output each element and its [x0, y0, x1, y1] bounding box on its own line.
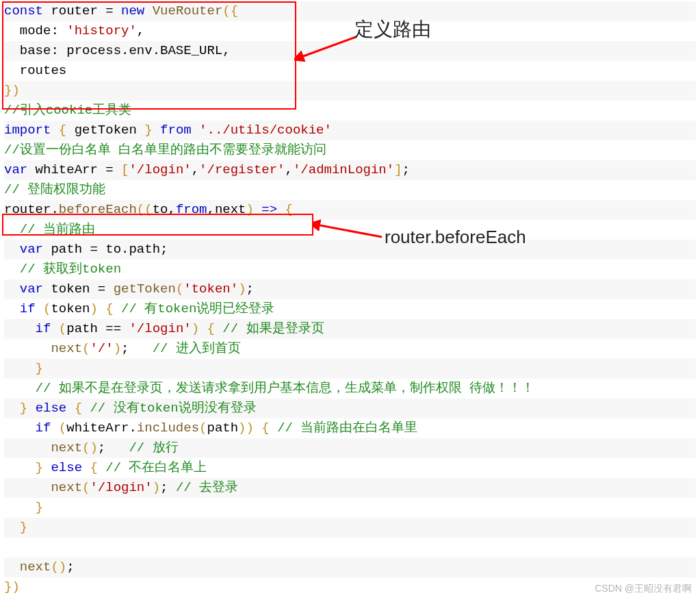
code-line: mode: 'history',	[4, 21, 696, 41]
code-line: next('/login'); // 去登录	[4, 478, 696, 498]
code-line: next(); // 放行	[4, 438, 696, 458]
code-line: next('/'); // 进入到首页	[4, 339, 696, 359]
annotation-define-router: 定义路由	[354, 19, 431, 39]
code-line: routes	[4, 61, 696, 81]
code-line: import { getToken } from '../utils/cooki…	[4, 121, 696, 140]
code-line: if (token) { // 有token说明已经登录	[4, 299, 696, 319]
code-line: if (path == '/login') { // 如果是登录页	[4, 319, 696, 339]
code-line: router.beforeEach((to,from,next) => {	[4, 200, 696, 220]
code-line	[4, 538, 696, 557]
code-line: }	[4, 518, 696, 538]
code-line: base: process.env.BASE_URL,	[4, 41, 696, 61]
code-line: const router = new VueRouter({	[4, 1, 696, 21]
code-line: // 如果不是在登录页，发送请求拿到用户基本信息，生成菜单，制作权限 待做！！！	[4, 379, 696, 399]
code-line: }	[4, 498, 696, 518]
code-line: }	[4, 359, 696, 379]
code-line: // 获取到token	[4, 260, 696, 279]
code-line: } else { // 没有token说明没有登录	[4, 399, 696, 418]
code-line: var path = to.path;	[4, 240, 696, 260]
code-line: next();	[4, 557, 696, 577]
code-line: //引入cookie工具类	[4, 101, 696, 121]
code-line: })	[4, 81, 696, 101]
code-line: var token = getToken('token');	[4, 279, 696, 299]
watermark-text: CSDN @王昭没有君啊	[595, 579, 692, 599]
code-line: //设置一份白名单 白名单里的路由不需要登录就能访问	[4, 140, 696, 160]
code-line: if (whiteArr.includes(path)) { // 当前路由在白…	[4, 418, 696, 438]
code-block: const router = new VueRouter({ mode: 'hi…	[0, 0, 700, 599]
code-line: // 登陆权限功能	[4, 180, 696, 200]
code-line: var whiteArr = ['/login','/register','/a…	[4, 160, 696, 180]
code-line: })	[4, 577, 696, 597]
code-line: // 当前路由	[4, 220, 696, 240]
annotation-before-each: router.beforeEach	[385, 227, 526, 247]
code-line: } else { // 不在白名单上	[4, 458, 696, 478]
